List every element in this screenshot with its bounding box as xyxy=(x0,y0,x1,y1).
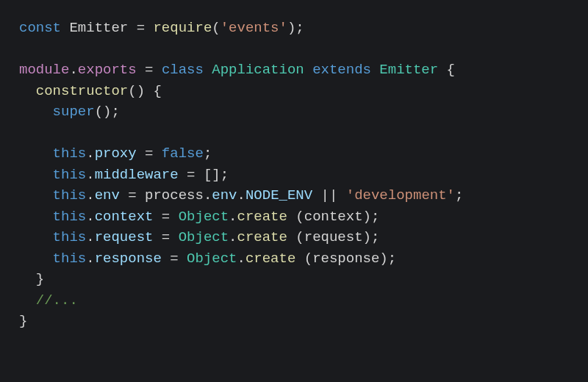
property: request xyxy=(95,229,154,245)
keyword-this: this xyxy=(53,209,87,225)
paren-close: ) xyxy=(363,229,371,245)
code-line: const Emitter = require('events'); xyxy=(19,20,304,36)
property: NODE_ENV xyxy=(245,187,312,203)
paren-open: ( xyxy=(304,251,312,267)
property: env xyxy=(95,187,120,203)
code-line: this.context = Object.create (context); xyxy=(19,209,379,225)
class-name: Application xyxy=(212,62,304,78)
operator-assign: = xyxy=(145,145,153,162)
code-line: //... xyxy=(19,292,78,309)
keyword-this: this xyxy=(53,229,87,245)
identifier: Object xyxy=(179,229,229,245)
method-call: create xyxy=(237,209,287,225)
property: middleware xyxy=(95,167,179,183)
brace-open: { xyxy=(447,62,455,78)
argument: context xyxy=(304,209,363,225)
space xyxy=(287,209,295,225)
semicolon: ; xyxy=(388,251,396,267)
identifier: module xyxy=(19,62,69,78)
code-line: this.env = process.env.NODE_ENV || 'deve… xyxy=(19,187,463,203)
argument: request xyxy=(304,229,363,245)
code-line: this.response = Object.create (response)… xyxy=(19,251,396,267)
argument: response xyxy=(312,251,379,267)
dot: . xyxy=(237,187,245,203)
code-line: } xyxy=(19,313,27,329)
operator-assign: = xyxy=(145,62,153,78)
keyword-this: this xyxy=(53,167,87,183)
semicolon: ; xyxy=(204,145,212,162)
code-line: constructor() { xyxy=(19,83,162,99)
property: proxy xyxy=(95,145,137,162)
identifier: Emitter xyxy=(69,20,128,36)
semicolon: ; xyxy=(111,104,119,120)
keyword-extends: extends xyxy=(312,62,371,78)
property: exports xyxy=(78,62,137,78)
comment: //... xyxy=(36,292,78,309)
dot: . xyxy=(237,251,245,267)
code-line: this.request = Object.create (request); xyxy=(19,229,379,245)
array-literal: [] xyxy=(204,167,220,183)
method-name: constructor xyxy=(36,83,128,99)
dot: . xyxy=(229,209,237,225)
keyword-super: super xyxy=(53,104,95,120)
semicolon: ; xyxy=(455,187,463,203)
code-line: this.proxy = false; xyxy=(19,145,212,162)
dot: . xyxy=(86,187,94,203)
paren-close: ) xyxy=(287,20,295,36)
parens: () xyxy=(128,83,145,99)
semicolon: ; xyxy=(295,20,304,36)
brace-open: { xyxy=(153,83,161,99)
dot: . xyxy=(204,187,212,203)
dot: . xyxy=(86,167,94,183)
operator-or: || xyxy=(321,187,338,203)
brace-close: } xyxy=(19,313,27,329)
property: response xyxy=(95,251,162,267)
operator-assign: = xyxy=(187,167,195,183)
paren-open: ( xyxy=(212,20,220,36)
semicolon: ; xyxy=(220,167,229,183)
method-call: create xyxy=(237,229,287,245)
space xyxy=(295,251,304,267)
operator-assign: = xyxy=(128,187,136,203)
literal-false: false xyxy=(162,145,204,162)
dot: . xyxy=(86,145,94,162)
code-line: super(); xyxy=(19,104,120,120)
paren-close: ) xyxy=(363,209,371,225)
string-literal: 'development' xyxy=(346,187,455,203)
parens: () xyxy=(95,104,112,120)
class-name: Emitter xyxy=(379,62,438,78)
identifier: process xyxy=(145,187,204,203)
code-line: module.exports = class Application exten… xyxy=(19,62,455,78)
keyword-class: class xyxy=(162,62,204,78)
dot: . xyxy=(86,229,94,245)
code-block: const Emitter = require('events'); modul… xyxy=(19,18,569,332)
dot: . xyxy=(86,251,94,267)
paren-close: ) xyxy=(379,251,387,267)
brace-close: } xyxy=(36,271,44,287)
operator-assign: = xyxy=(170,251,178,267)
paren-open: ( xyxy=(295,229,304,245)
method-call: create xyxy=(245,251,295,267)
operator-assign: = xyxy=(137,20,145,36)
keyword-this: this xyxy=(53,145,87,162)
property: env xyxy=(212,187,237,203)
keyword-this: this xyxy=(53,187,87,203)
keyword-const: const xyxy=(19,20,61,36)
semicolon: ; xyxy=(371,209,379,225)
paren-open: ( xyxy=(295,209,304,225)
operator-assign: = xyxy=(162,229,170,245)
semicolon: ; xyxy=(371,229,379,245)
function-call: require xyxy=(153,20,212,36)
dot: . xyxy=(86,209,94,225)
string-literal: 'events' xyxy=(220,20,287,36)
identifier: Object xyxy=(187,251,237,267)
property: context xyxy=(95,209,154,225)
space xyxy=(287,229,295,245)
dot: . xyxy=(229,229,237,245)
code-line: this.middleware = []; xyxy=(19,167,229,183)
operator-assign: = xyxy=(162,209,170,225)
code-line: } xyxy=(19,271,44,287)
keyword-this: this xyxy=(53,251,87,267)
identifier: Object xyxy=(179,209,229,225)
dot: . xyxy=(69,62,77,78)
